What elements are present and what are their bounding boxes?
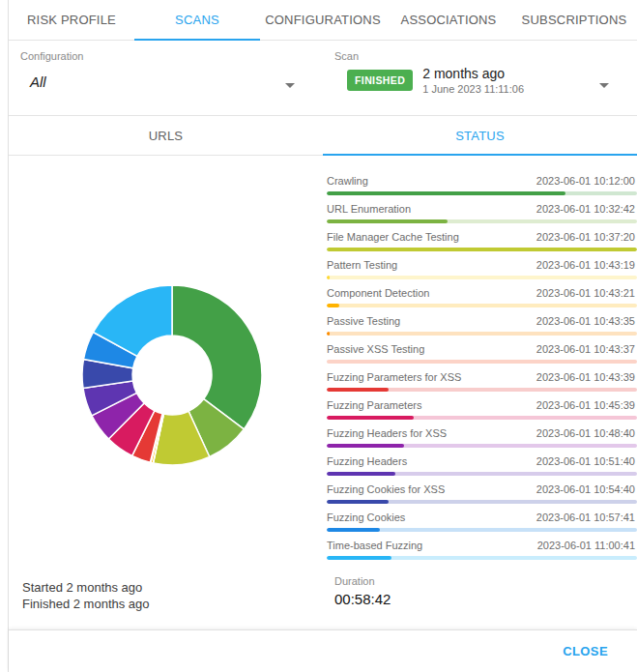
- phase-name: Fuzzing Headers: [327, 455, 407, 467]
- phase-progress-fill: [327, 248, 637, 251]
- phase-row: Fuzzing Cookies for XSS2023-06-01 10:54:…: [327, 480, 637, 508]
- phase-name: Passive XSS Testing: [327, 343, 424, 355]
- phase-progress-fill: [327, 472, 395, 476]
- phase-row: Fuzzing Parameters for XSS2023-06-01 10:…: [327, 367, 637, 395]
- duration-block: Duration 00:58:42: [334, 575, 391, 607]
- close-button[interactable]: CLOSE: [563, 644, 608, 658]
- phase-progress-fill: [327, 276, 330, 279]
- phase-progress-track: [327, 528, 637, 532]
- phase-timestamp: 2023-06-01 10:54:40: [536, 483, 635, 495]
- scan-summary: Started 2 months ago Finished 2 months a…: [22, 579, 150, 612]
- tab-urls[interactable]: URLS: [9, 116, 323, 155]
- phase-progress-track: [327, 219, 637, 223]
- phase-row: Time-based Fuzzing2023-06-01 11:00:41: [327, 536, 637, 564]
- phase-row: Pattern Testing2023-06-01 10:43:19: [327, 255, 637, 283]
- phase-row: Fuzzing Headers2023-06-01 10:51:40: [327, 452, 637, 480]
- tab-associations[interactable]: ASSOCIATIONS: [386, 0, 511, 40]
- phase-row: Passive Testing2023-06-01 10:43:35: [327, 311, 637, 339]
- phase-list: Crawling2023-06-01 10:12:00 URL Enumerat…: [327, 171, 637, 564]
- phase-progress-track: [327, 304, 637, 307]
- phase-row: Fuzzing Cookies2023-06-01 10:57:41: [327, 508, 637, 536]
- phase-name: Pattern Testing: [327, 259, 397, 271]
- phase-name: Fuzzing Parameters: [327, 399, 421, 411]
- phase-progress-fill: [327, 416, 414, 420]
- phase-name: File Manager Cache Testing: [327, 231, 459, 243]
- phase-timestamp: 2023-06-01 10:43:35: [536, 315, 635, 327]
- phase-timestamp: 2023-06-01 10:57:41: [536, 511, 635, 523]
- phase-row: Passive XSS Testing2023-06-01 10:43:37: [327, 339, 637, 367]
- phase-progress-fill: [327, 191, 565, 195]
- phase-timestamp: 2023-06-01 10:48:40: [536, 427, 635, 439]
- phase-row: Fuzzing Headers for XSS2023-06-01 10:48:…: [327, 424, 637, 452]
- dialog-footer: CLOSE: [9, 629, 637, 672]
- scan-select[interactable]: FINISHED 2 months ago 1 June 2023 11:11:…: [347, 66, 524, 95]
- phase-progress-fill: [327, 304, 339, 307]
- scan-details-dialog: RISK PROFILE SCANS CONFIGURATIONS ASSOCI…: [8, 0, 637, 672]
- duration-label: Duration: [334, 575, 391, 587]
- scan-selected-title: 2 months ago: [422, 66, 524, 81]
- tab-configurations[interactable]: CONFIGURATIONS: [260, 0, 386, 40]
- phase-progress-track: [327, 500, 637, 504]
- phase-timestamp: 2023-06-01 10:12:00: [536, 175, 635, 187]
- phase-row: Fuzzing Parameters2023-06-01 10:45:39: [327, 395, 637, 424]
- scan-selected-datetime: 1 June 2023 11:11:06: [422, 83, 524, 95]
- phase-timestamp: 2023-06-01 10:43:19: [536, 259, 635, 271]
- phase-progress-track: [327, 191, 637, 195]
- phase-name: Component Detection: [327, 287, 429, 299]
- scan-phase-donut-chart: [80, 283, 264, 467]
- phase-progress-fill: [327, 500, 389, 504]
- phase-name: Passive Testing: [327, 315, 400, 327]
- tab-subscriptions[interactable]: SUBSCRIPTIONS: [511, 0, 637, 40]
- phase-timestamp: 2023-06-01 10:37:20: [536, 231, 635, 243]
- phase-timestamp: 2023-06-01 10:43:21: [536, 287, 635, 299]
- phase-progress-track: [327, 360, 637, 364]
- phase-name: Time-based Fuzzing: [327, 540, 422, 551]
- phase-timestamp: 2023-06-01 10:43:39: [536, 371, 635, 383]
- phase-name: Crawling: [327, 175, 368, 187]
- started-text: Started 2 months ago: [22, 579, 150, 596]
- configuration-select[interactable]: All: [30, 73, 46, 90]
- phase-progress-fill: [327, 332, 330, 336]
- phase-row: Crawling2023-06-01 10:12:00: [327, 171, 637, 199]
- phase-name: Fuzzing Headers for XSS: [327, 427, 447, 439]
- phase-row: Component Detection2023-06-01 10:43:21: [327, 283, 637, 311]
- phase-timestamp: 2023-06-01 10:51:40: [536, 455, 635, 467]
- phase-name: Fuzzing Cookies for XSS: [327, 483, 445, 495]
- chevron-down-icon[interactable]: [599, 83, 609, 88]
- phase-progress-track: [327, 472, 637, 476]
- phase-progress-fill: [327, 219, 448, 223]
- phase-name: Fuzzing Parameters for XSS: [327, 371, 461, 383]
- status-panel: Crawling2023-06-01 10:12:00 URL Enumerat…: [9, 156, 637, 629]
- phase-timestamp: 2023-06-01 11:00:41: [537, 540, 635, 551]
- duration-value: 00:58:42: [334, 591, 391, 607]
- phase-row: URL Enumeration2023-06-01 10:32:42: [327, 199, 637, 227]
- phase-progress-track: [327, 444, 637, 448]
- phase-progress-fill: [327, 444, 404, 448]
- sub-tab-bar: URLS STATUS: [9, 116, 637, 156]
- scan-label: Scan: [334, 50, 359, 62]
- tab-risk-profile[interactable]: RISK PROFILE: [9, 0, 134, 40]
- phase-progress-fill: [327, 528, 380, 532]
- phase-progress-track: [327, 276, 637, 279]
- phase-progress-track: [327, 332, 637, 336]
- phase-timestamp: 2023-06-01 10:43:37: [536, 343, 635, 355]
- status-badge: FINISHED: [347, 70, 413, 91]
- phase-timestamp: 2023-06-01 10:32:42: [536, 203, 635, 215]
- tab-scans[interactable]: SCANS: [134, 0, 260, 40]
- main-tab-bar: RISK PROFILE SCANS CONFIGURATIONS ASSOCI…: [9, 0, 637, 41]
- phase-progress-fill: [327, 556, 391, 560]
- donut-segment: [172, 285, 262, 429]
- phase-name: Fuzzing Cookies: [327, 511, 405, 523]
- phase-timestamp: 2023-06-01 10:45:39: [536, 399, 635, 411]
- phase-name: URL Enumeration: [327, 203, 411, 215]
- phase-progress-track: [327, 416, 637, 420]
- chevron-down-icon[interactable]: [285, 83, 295, 88]
- phase-progress-track: [327, 556, 637, 560]
- phase-row: File Manager Cache Testing2023-06-01 10:…: [327, 227, 637, 255]
- finished-text: Finished 2 months ago: [22, 596, 150, 612]
- tab-status[interactable]: STATUS: [323, 116, 637, 155]
- phase-progress-track: [327, 388, 637, 392]
- phase-progress-track: [327, 248, 637, 251]
- configuration-label: Configuration: [20, 50, 83, 62]
- phase-progress-fill: [327, 388, 389, 392]
